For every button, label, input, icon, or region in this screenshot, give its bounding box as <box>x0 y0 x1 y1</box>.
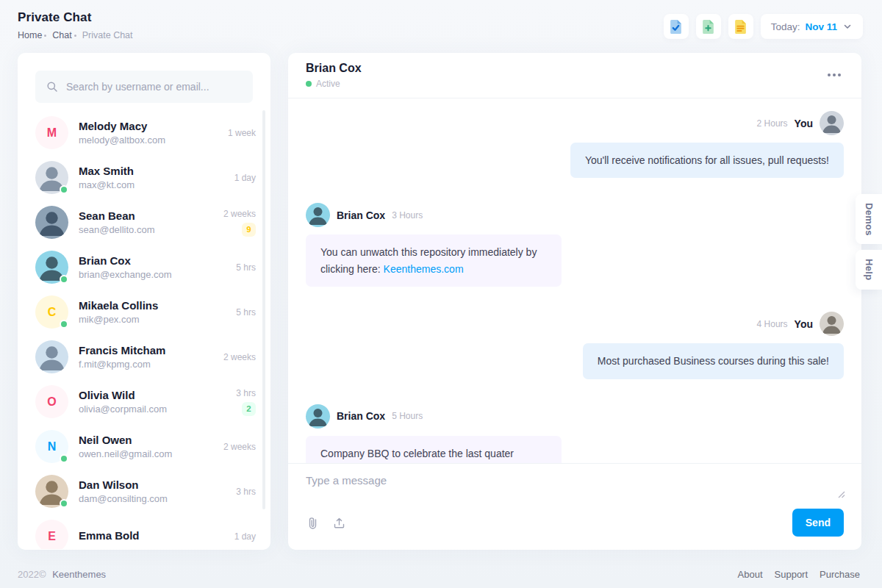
upload-icon <box>333 517 345 529</box>
list-item[interactable]: Brian Coxbrian@exchange.com5 hrs <box>35 245 260 290</box>
list-item[interactable]: MMelody Macymelody@altbox.com1 week <box>35 110 260 155</box>
file-lines-icon <box>733 19 748 35</box>
online-status-dot <box>306 81 312 87</box>
footer-link-purchase[interactable]: Purchase <box>820 569 860 580</box>
contact-time: 5 hrs <box>236 262 256 273</box>
avatar <box>306 404 330 429</box>
contact-info: Dan Wilsondam@consilting.com <box>79 478 236 504</box>
edge-tab-help[interactable]: Help <box>856 250 882 290</box>
contact-meta: 5 hrs <box>236 262 256 273</box>
message-bubble: You'll receive notifications for all iss… <box>570 143 844 178</box>
brand-link[interactable]: Keenthemes <box>52 569 106 580</box>
contact-name: Max Smith <box>79 165 234 177</box>
edge-tab-demos-label: Demos <box>864 203 875 236</box>
list-item[interactable]: Sean Beansean@dellito.com2 weeks9 <box>35 200 260 245</box>
toolbar: Today: Nov 11 <box>664 14 863 39</box>
avatar: E <box>35 520 68 549</box>
contact-info: Melody Macymelody@altbox.com <box>79 120 228 146</box>
contact-time: 1 week <box>228 128 256 138</box>
contact-info: Mikaela Collinsmik@pex.com <box>79 299 236 325</box>
contact-meta: 5 hrs <box>236 307 256 318</box>
contact-name: Dan Wilson <box>79 478 236 491</box>
date-selector[interactable]: Today: Nov 11 <box>761 14 863 39</box>
file-plus-icon <box>700 19 716 35</box>
list-item[interactable]: OOlivia Wildolivia@corpmail.com3 hrs2 <box>35 379 260 424</box>
footer-link-support[interactable]: Support <box>775 569 808 580</box>
avatar <box>820 312 844 336</box>
status-label: Active <box>316 79 340 89</box>
list-item[interactable]: Max Smithmax@kt.com1 day <box>35 155 260 200</box>
today-label: Today: <box>771 21 800 32</box>
edge-tab-demos[interactable]: Demos <box>856 194 882 244</box>
person-photo-icon <box>35 206 68 239</box>
message-sender[interactable]: Brian Cox <box>337 209 385 221</box>
list-item[interactable]: NNeil Owenowen.neil@gmail.com2 weeks <box>35 424 260 469</box>
contact-time: 2 weeks <box>223 209 256 219</box>
list-item[interactable]: Dan Wilsondam@consilting.com3 hrs <box>35 469 260 514</box>
copyright-year: 2022© <box>18 569 46 580</box>
chat-message-in: Brian Cox3 HoursYou can unwatch this rep… <box>306 203 844 287</box>
contact-email: owen.neil@gmail.com <box>79 448 223 459</box>
send-button[interactable]: Send <box>792 509 844 537</box>
online-indicator <box>60 454 68 463</box>
list-item[interactable]: CMikaela Collinsmik@pex.com5 hrs <box>35 290 260 334</box>
avatar: M <box>35 116 68 149</box>
file-plus-button[interactable] <box>696 14 721 39</box>
file-lines-button[interactable] <box>728 14 753 39</box>
message-sender[interactable]: You <box>795 318 813 330</box>
chat-composer: Send <box>288 463 861 550</box>
message-sender[interactable]: You <box>795 118 813 129</box>
resize-handle-icon[interactable] <box>837 490 845 498</box>
contact-email: dam@consilting.com <box>79 493 236 504</box>
attach-file-button[interactable] <box>306 515 320 531</box>
chat-message-out: 4 HoursYouMost purchased Business course… <box>306 312 844 379</box>
chevron-down-icon <box>842 21 853 32</box>
message-header: 4 HoursYou <box>757 312 844 336</box>
contact-time: 3 hrs <box>236 388 256 398</box>
chat-panel: Brian Cox Active 2 HoursYouYou'll receiv… <box>288 53 861 550</box>
paperclip-icon <box>307 517 318 529</box>
edge-tab-help-label: Help <box>864 259 875 280</box>
contact-name: Olivia Wild <box>79 389 236 401</box>
avatar: O <box>35 385 68 418</box>
contact-meta: 2 weeks9 <box>223 209 256 237</box>
footer-copyright: 2022© Keenthemes <box>18 569 106 580</box>
person-photo-icon <box>306 203 330 227</box>
list-item[interactable]: Francis Mitchamf.mit@kpmg.com2 weeks <box>35 334 260 379</box>
message-input[interactable] <box>306 474 844 503</box>
footer-link-about[interactable]: About <box>738 569 763 580</box>
unread-badge: 9 <box>242 223 256 237</box>
contact-info: Neil Owenowen.neil@gmail.com <box>79 434 223 459</box>
breadcrumb-home[interactable]: Home <box>18 30 42 40</box>
contact-email: brian@exchange.com <box>79 269 236 280</box>
file-check-button[interactable] <box>664 14 689 39</box>
chat-options-button[interactable] <box>825 71 844 79</box>
message-sender[interactable]: Brian Cox <box>337 410 385 422</box>
chat-messages: 2 HoursYouYou'll receive notifications f… <box>288 99 861 463</box>
composer-actions: Send <box>306 509 844 537</box>
contact-time: 2 weeks <box>223 442 256 452</box>
upload-image-button[interactable] <box>331 515 347 531</box>
file-check-icon <box>668 19 684 35</box>
contact-email: melody@altbox.com <box>79 135 228 146</box>
search-input[interactable] <box>35 71 253 103</box>
contact-info: Sean Beansean@dellito.com <box>79 209 223 235</box>
chat-header: Brian Cox Active <box>288 53 861 98</box>
message-time: 3 Hours <box>392 210 423 220</box>
contact-name: Sean Bean <box>79 209 223 222</box>
contact-meta: 1 week <box>228 128 256 138</box>
contact-name: Brian Cox <box>79 254 236 267</box>
contact-list-scrollbar[interactable] <box>262 110 265 509</box>
person-photo-icon <box>35 340 68 373</box>
online-indicator <box>60 275 68 284</box>
person-photo-icon <box>820 111 844 135</box>
breadcrumb-chat[interactable]: Chat <box>52 30 71 40</box>
footer-links: About Support Purchase <box>738 569 860 580</box>
chat-peer-name[interactable]: Brian Cox <box>306 62 844 75</box>
contact-time: 1 day <box>234 173 256 183</box>
list-item[interactable]: EEmma Bold1 day <box>35 514 260 549</box>
avatar: C <box>35 295 68 329</box>
message-link[interactable]: Keenthemes.com <box>384 263 464 275</box>
contact-time: 3 hrs <box>236 487 256 497</box>
unread-badge: 2 <box>242 402 256 416</box>
